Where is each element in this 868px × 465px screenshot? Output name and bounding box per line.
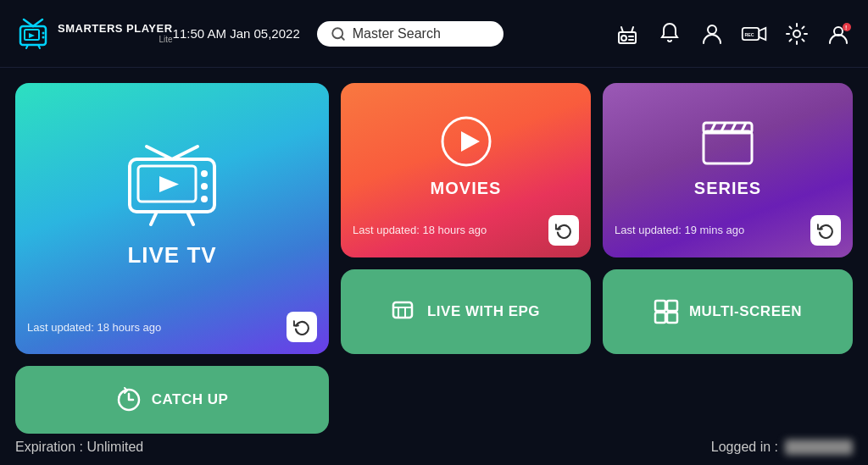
catch-up-label: CATCH UP bbox=[152, 391, 229, 408]
header: SMARTERS PLAYER Lite 11:50 AM Jan 05,202… bbox=[0, 0, 868, 68]
live-tv-last-updated: Last updated: 18 hours ago bbox=[27, 321, 161, 334]
logo-sub-text: Lite bbox=[58, 35, 173, 44]
svg-rect-37 bbox=[704, 131, 752, 163]
catch-up-card[interactable]: CATCH UP bbox=[15, 366, 329, 434]
live-tv-title: LIVE TV bbox=[127, 242, 216, 268]
svg-rect-50 bbox=[655, 313, 665, 323]
live-tv-icon bbox=[121, 144, 223, 229]
movies-last-updated: Last updated: 18 hours ago bbox=[353, 224, 487, 236]
svg-rect-48 bbox=[655, 301, 665, 311]
catch-up-icon bbox=[116, 387, 142, 412]
svg-rect-49 bbox=[667, 301, 677, 311]
live-epg-label: LIVE WITH EPG bbox=[427, 303, 540, 320]
multi-screen-card[interactable]: MULTI-SCREEN bbox=[603, 269, 853, 355]
svg-marker-19 bbox=[759, 27, 765, 39]
svg-text:REC: REC bbox=[744, 31, 754, 36]
svg-line-10 bbox=[341, 36, 343, 39]
live-tv-footer: Last updated: 18 hours ago bbox=[15, 312, 329, 342]
svg-line-33 bbox=[151, 212, 157, 224]
settings-icon-button[interactable] bbox=[783, 20, 810, 47]
movies-card[interactable]: MOVIES Last updated: 18 hours ago bbox=[341, 83, 591, 257]
logged-in-username bbox=[785, 440, 853, 455]
logo-area: SMARTERS PLAYER Lite bbox=[15, 16, 173, 52]
series-title: SERIES bbox=[694, 179, 761, 198]
series-refresh-button[interactable] bbox=[810, 215, 841, 246]
svg-point-31 bbox=[201, 183, 208, 190]
svg-marker-4 bbox=[29, 33, 35, 38]
footer: Expiration : Unlimited Logged in : bbox=[15, 440, 853, 455]
movies-title: MOVIES bbox=[431, 179, 502, 198]
svg-point-14 bbox=[621, 36, 626, 41]
search-bar[interactable]: Master Search bbox=[317, 21, 504, 47]
live-epg-icon bbox=[392, 299, 417, 324]
expiration-text: Expiration : Unlimited bbox=[15, 440, 143, 455]
svg-line-26 bbox=[172, 147, 198, 159]
radio-icon-button[interactable] bbox=[614, 20, 641, 47]
svg-point-21 bbox=[793, 30, 800, 37]
logo-text: SMARTERS PLAYER Lite bbox=[58, 23, 173, 44]
search-placeholder-text: Master Search bbox=[353, 26, 441, 42]
series-last-updated: Last updated: 19 mins ago bbox=[615, 224, 744, 236]
main-content: LIVE TV Last updated: 18 hours ago MOVIE… bbox=[0, 68, 868, 434]
svg-text:!: ! bbox=[845, 25, 847, 30]
series-clapboard-icon bbox=[700, 116, 755, 170]
search-icon bbox=[331, 26, 346, 42]
logo-main-text: SMARTERS PLAYER bbox=[58, 23, 173, 35]
notification-icon-button[interactable] bbox=[656, 20, 683, 47]
series-card[interactable]: SERIES Last updated: 19 mins ago bbox=[603, 83, 853, 257]
live-epg-card[interactable]: LIVE WITH EPG bbox=[341, 269, 591, 355]
svg-line-34 bbox=[187, 212, 193, 224]
svg-point-5 bbox=[42, 31, 45, 34]
movies-refresh-button[interactable] bbox=[548, 215, 579, 246]
svg-marker-36 bbox=[461, 131, 480, 152]
svg-line-25 bbox=[147, 147, 172, 159]
record-icon-button[interactable]: REC bbox=[741, 20, 768, 47]
svg-point-6 bbox=[42, 36, 45, 38]
multi-screen-icon bbox=[654, 299, 679, 324]
movies-footer: Last updated: 18 hours ago bbox=[341, 215, 591, 246]
live-tv-card[interactable]: LIVE TV Last updated: 18 hours ago bbox=[15, 83, 329, 354]
header-icons: REC ! bbox=[614, 20, 853, 47]
datetime-display: 11:50 AM Jan 05,2022 bbox=[173, 26, 300, 41]
series-footer: Last updated: 19 mins ago bbox=[603, 215, 853, 246]
svg-rect-51 bbox=[667, 313, 677, 323]
profile-icon-button[interactable]: ! bbox=[826, 20, 853, 47]
svg-point-17 bbox=[708, 25, 716, 34]
svg-marker-29 bbox=[159, 176, 179, 192]
user-icon-button[interactable] bbox=[698, 20, 726, 47]
logged-in-label: Logged in : bbox=[711, 440, 778, 455]
logged-in-area: Logged in : bbox=[711, 440, 853, 455]
svg-rect-44 bbox=[393, 302, 412, 318]
live-tv-refresh-button[interactable] bbox=[287, 312, 317, 342]
multi-screen-label: MULTI-SCREEN bbox=[689, 303, 802, 320]
svg-point-30 bbox=[201, 170, 208, 177]
logo-icon bbox=[15, 16, 51, 52]
movies-play-icon bbox=[441, 116, 492, 170]
svg-point-32 bbox=[201, 196, 208, 202]
